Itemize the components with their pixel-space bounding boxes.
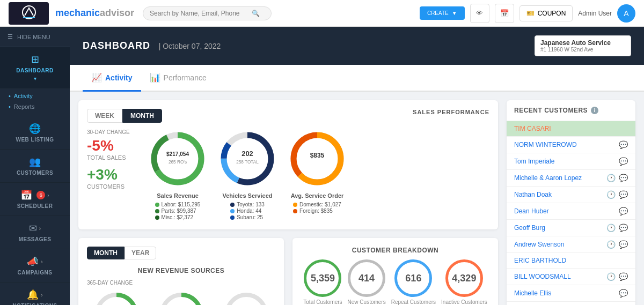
message-icon[interactable]: 💬 [619, 174, 628, 182]
customer-name[interactable]: Geoff Burg [514, 224, 545, 232]
recent-customers-info-icon[interactable]: i [591, 107, 598, 114]
customers-icon: 👥 [29, 156, 41, 168]
customer-row[interactable]: NORM WINTEROWD💬 [507, 137, 635, 153]
recent-customers-header: RECENT CUSTOMERS i [507, 100, 635, 121]
clock-icon[interactable]: 🕐 [606, 272, 616, 281]
customer-row[interactable]: PERRY GLENN🕐 [507, 302, 635, 305]
sales-performance-card: SALES PERFORMANCE WEEK MONTH 30-DAY CHAN… [78, 100, 498, 229]
message-icon[interactable]: 💬 [619, 157, 628, 166]
hide-menu[interactable]: ☰ HIDE MENU [0, 27, 70, 47]
scheduler-icon: 📅 [20, 189, 32, 201]
sidebar-item-web-listing[interactable]: 🌐 WEB LISTING [0, 116, 70, 150]
sidebar-sub-item-reports[interactable]: Reports [0, 101, 70, 112]
customer-actions: 🕐💬 [606, 174, 628, 182]
customer-row[interactable]: BILL WOODSMALL🕐💬 [507, 269, 635, 285]
sidebar-item-messages[interactable]: ✉ › MESSAGES [0, 216, 70, 249]
search-box[interactable]: 🔍 [143, 6, 272, 20]
month-button[interactable]: MONTH [122, 109, 162, 123]
location-selector[interactable]: Japanese Auto Service #1 11960 W 52nd Av… [535, 35, 631, 56]
sidebar-item-campaigns[interactable]: 📣 › CAMPAIGNS [0, 249, 70, 282]
message-icon[interactable]: 💬 [619, 224, 628, 232]
customer-name[interactable]: Michelle Ellis [514, 289, 551, 297]
clock-icon[interactable]: 🕐 [606, 190, 616, 199]
svg-point-24 [227, 295, 266, 305]
customer-actions: 🕐💬 [606, 272, 628, 281]
new-revenue-card: MONTH YEAR NEW REVENUE SOURCES 365-DAY C… [78, 238, 284, 305]
customer-name[interactable]: BILL WOODSMALL [514, 273, 571, 280]
tabs-bar: 📈 Activity 📊 Performance [70, 65, 644, 92]
customer-name[interactable]: ERIC BARTHOLD [514, 257, 566, 264]
message-icon[interactable]: 💬 [619, 240, 628, 249]
small-donuts: $ 18,184 27 RO'S Advertising $ [87, 290, 275, 305]
customer-actions: 🕐💬 [606, 224, 628, 232]
clock-icon[interactable]: 🕐 [606, 240, 616, 249]
year-btn[interactable]: YEAR [125, 247, 156, 259]
month-btn[interactable]: MONTH [87, 247, 125, 259]
customer-name[interactable]: Dean Huber [514, 207, 549, 215]
left-metrics: 30-DAY CHANGE -5% TOTAL SALES +3% CUSTOM… [87, 129, 135, 195]
svg-text:202: 202 [241, 150, 253, 158]
customer-actions: 🕐💬 [606, 190, 628, 199]
svg-text:$835: $835 [310, 152, 325, 159]
customer-row[interactable]: Geoff Burg🕐💬 [507, 220, 635, 236]
sales-performance-title: SALES PERFORMANCE [413, 109, 489, 115]
main-content: DASHBOARD | October 07, 2022 Japanese Au… [70, 27, 644, 305]
sidebar-sub-item-activity[interactable]: Activity [0, 91, 70, 101]
customer-row[interactable]: Tom Imperiale💬 [507, 153, 635, 170]
customer-name[interactable]: Tom Imperiale [514, 158, 554, 165]
customer-name[interactable]: TIM CASARI [514, 125, 551, 132]
vehicles-legend: Toyota: 133 Honda: 44 Subaru: 25 [230, 201, 265, 221]
tab-activity[interactable]: 📈 Activity [83, 65, 141, 92]
message-icon[interactable]: 💬 [619, 272, 628, 281]
sidebar: ☰ HIDE MENU ⊞ DASHBOARD ▾ Activity Repor… [0, 27, 70, 305]
calendar-icon-btn[interactable]: 📅 [495, 4, 514, 23]
brand: mechanicadvisor [55, 8, 134, 19]
message-icon[interactable]: 💬 [619, 190, 628, 199]
search-icon: 🔍 [252, 10, 260, 17]
create-button[interactable]: CREATE ▼ [420, 6, 465, 20]
customer-row[interactable]: Dean Huber💬 [507, 203, 635, 220]
total-customers-circle: 5,359 Total Customers [303, 259, 342, 305]
sidebar-item-customers[interactable]: 👥 CUSTOMERS [0, 150, 70, 183]
message-icon[interactable]: 💬 [619, 140, 628, 149]
svg-text:265 RO's: 265 RO's [169, 160, 187, 165]
coupon-button[interactable]: 🎫 COUPON [519, 5, 573, 21]
revenue-legend: Labor: $115,295 Parts: $99,387 Misc.: $2… [155, 201, 201, 221]
new-customers-circle: 414 New Customers [348, 259, 386, 305]
avatar[interactable]: A [617, 4, 635, 23]
nav-actions: CREATE ▼ 👁 📅 🎫 COUPON Admin User A [420, 4, 635, 23]
svg-text:258 TOTAL: 258 TOTAL [236, 160, 259, 165]
customer-actions: 💬 [619, 207, 628, 215]
clock-icon[interactable]: 🕐 [606, 224, 616, 232]
message-icon[interactable]: 💬 [619, 207, 628, 215]
week-button[interactable]: WEEK [87, 109, 122, 123]
recent-customers-panel: RECENT CUSTOMERS i TIM CASARINORM WINTER… [507, 100, 635, 305]
activity-tab-icon: 📈 [91, 72, 102, 83]
revenue-donut: $217,054 265 RO's Sales Revenue Labor: $… [148, 129, 207, 221]
service-order-donut: $835 Avg. Service Order Domestic: $1,027… [288, 129, 347, 214]
customer-row[interactable]: ERIC BARTHOLD [507, 253, 635, 269]
clock-icon[interactable]: 🕐 [606, 174, 616, 182]
customer-name[interactable]: Michelle & Aaron Lopez [514, 174, 582, 182]
tab-performance[interactable]: 📊 Performance [141, 65, 215, 92]
customer-name[interactable]: NORM WINTEROWD [514, 141, 577, 148]
sidebar-item-notifications[interactable]: 🔔 › NOTIFICATIONS [0, 282, 70, 305]
sidebar-sub-dashboard: Activity Reports [0, 88, 70, 116]
message-icon[interactable]: 💬 [619, 289, 628, 297]
customer-row[interactable]: TIM CASARI [507, 121, 635, 137]
campaigns-icon: 📣 [27, 256, 39, 267]
customer-row[interactable]: Andrew Swenson🕐💬 [507, 236, 635, 253]
customer-breakdown-card: CUSTOMER BREAKDOWN 5,359 Total Customers [292, 238, 498, 305]
customer-row[interactable]: Michelle Ellis💬 [507, 285, 635, 302]
customer-list: TIM CASARINORM WINTEROWD💬Tom Imperiale💬M… [507, 121, 635, 305]
eye-icon-btn[interactable]: 👁 [470, 4, 489, 23]
sidebar-item-dashboard[interactable]: ⊞ DASHBOARD ▾ [0, 47, 70, 88]
customer-name[interactable]: Nathan Doak [514, 191, 552, 198]
search-input[interactable] [150, 10, 252, 17]
sidebar-item-scheduler[interactable]: 📅 6 › SCHEDULER [0, 183, 70, 216]
customer-row[interactable]: Nathan Doak🕐💬 [507, 187, 635, 203]
customer-name[interactable]: Andrew Swenson [514, 241, 564, 248]
customer-actions: 💬 [619, 157, 628, 166]
notifications-donut: 0 0 RO'S Notifications [222, 290, 270, 305]
customer-row[interactable]: Michelle & Aaron Lopez🕐💬 [507, 170, 635, 187]
